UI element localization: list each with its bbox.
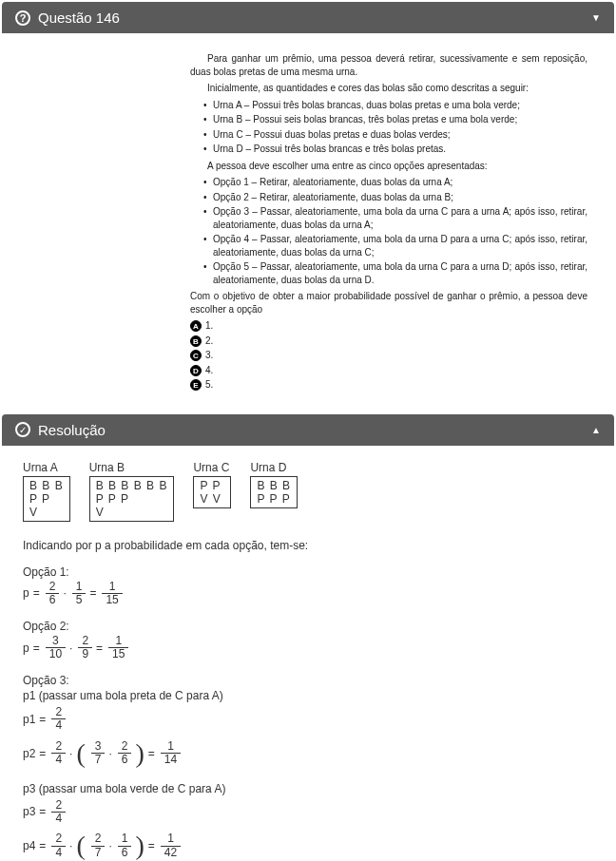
urn-row: V xyxy=(29,506,64,519)
fraction: 310 xyxy=(46,635,66,660)
opcao-title: Opção 2: xyxy=(23,620,593,633)
list-item: Opção 1 – Retirar, aleatoriamente, duas … xyxy=(203,176,587,189)
urn-label: Urna A xyxy=(23,461,70,474)
lhs: p4 xyxy=(23,840,35,851)
urns-row: Urna A B B B P P V Urna B B B B B B B P … xyxy=(23,461,593,522)
urn-row: V xyxy=(96,506,168,519)
list-item: Opção 5 – Passar, aleatoriamente, uma bo… xyxy=(203,260,587,286)
p1-desc: p1 (passar uma bola preta de C para A) xyxy=(23,689,593,702)
check-icon: ✓ xyxy=(15,422,30,437)
list-item: Opção 4 – Passar, aleatoriamente, uma bo… xyxy=(203,233,587,258)
solution-intro: Indicando por p a probabilidade em cada … xyxy=(23,539,593,552)
option-list: Opção 1 – Retirar, aleatoriamente, duas … xyxy=(190,176,587,286)
question-header[interactable]: ? Questão 146 ▼ xyxy=(2,2,614,33)
list-item: Opção 2 – Retirar, aleatoriamente, duas … xyxy=(203,191,587,204)
fraction: 24 xyxy=(51,832,66,858)
urn-b: Urna B B B B B B B P P P V xyxy=(89,461,175,522)
urna-list: Urna A – Possui três bolas brancas, duas… xyxy=(190,99,587,156)
opcao-3: Opção 3: p1 (passar uma bola preta de C … xyxy=(23,674,593,859)
fraction: 115 xyxy=(108,635,128,660)
math-line: p4= 24 · ( 27 · 16 ) = 142 xyxy=(23,832,593,859)
question-paragraph: A pessoa deve escolher uma entre as cinc… xyxy=(190,160,587,173)
urn-row: P P xyxy=(29,492,64,506)
fraction: 37 xyxy=(91,740,106,766)
opcao-1: Opção 1: p= 26 · 15 = 115 xyxy=(23,565,593,606)
math-line: p= 310 · 29 = 115 xyxy=(23,635,593,660)
fraction: 16 xyxy=(118,832,132,858)
fraction: 114 xyxy=(161,740,181,766)
lhs: p1 xyxy=(23,714,35,725)
urn-row: B B B xyxy=(29,479,64,492)
urn-box: B B B P P P xyxy=(250,476,298,508)
chevron-up-icon[interactable]: ▲ xyxy=(591,425,601,435)
opcao-2: Opção 2: p= 310 · 29 = 115 xyxy=(23,620,593,660)
urn-d: Urna D B B B P P P xyxy=(250,461,298,508)
alt-text: 3. xyxy=(205,350,213,360)
list-item: Urna C – Possui duas bolas pretas e duas… xyxy=(203,128,587,142)
urn-box: B B B B B B P P P V xyxy=(89,476,175,522)
paren-open-icon: ( xyxy=(76,740,85,767)
urn-label: Urna D xyxy=(250,461,298,474)
alt-text: 4. xyxy=(205,365,213,375)
solution-header[interactable]: ✓ Resolução ▲ xyxy=(2,414,614,446)
math-line: p= 26 · 15 = 115 xyxy=(23,581,593,606)
question-paragraph: Inicialmente, as quantidades e cores das… xyxy=(190,82,587,95)
list-item: Urna A – Possui três bolas brancas, duas… xyxy=(203,99,587,112)
opcao-title: Opção 3: xyxy=(23,674,593,687)
urn-row: P P P xyxy=(257,492,291,506)
lhs: p xyxy=(23,642,29,654)
alternative-c: C3. xyxy=(190,349,587,362)
chevron-down-icon[interactable]: ▼ xyxy=(591,12,601,23)
lhs: p2 xyxy=(23,748,35,759)
urn-row: V V xyxy=(200,492,224,506)
urn-c: Urna C P P V V xyxy=(193,461,231,508)
urn-row: B B B B B B xyxy=(96,479,168,492)
opcao-title: Opção 1: xyxy=(23,565,593,579)
alt-mark-icon: A xyxy=(190,320,202,332)
alternatives-list: A1. B2. C3. D4. E5. xyxy=(190,319,587,392)
urn-a: Urna A B B B P P V xyxy=(23,461,70,522)
fraction: 115 xyxy=(102,581,122,606)
lhs: p3 xyxy=(23,806,35,817)
paren-close-icon: ) xyxy=(135,832,144,859)
math-line: p1= 24 xyxy=(23,706,593,732)
alt-text: 2. xyxy=(205,335,213,346)
urn-row: P P xyxy=(200,479,224,492)
list-item: Urna B – Possui seis bolas brancas, três… xyxy=(203,113,587,126)
alternative-a: A1. xyxy=(190,319,587,333)
math-line: p2= 24 · ( 37 · 26 ) = 114 xyxy=(23,740,593,767)
fraction: 142 xyxy=(161,832,181,858)
alt-mark-icon: C xyxy=(190,350,202,361)
question-paragraph: Com o objetivo de obter a maior probabil… xyxy=(190,290,587,316)
alternative-d: D4. xyxy=(190,364,587,377)
urn-row: B B B xyxy=(257,479,291,492)
alternative-e: E5. xyxy=(190,378,587,392)
paren-close-icon: ) xyxy=(135,740,144,767)
lhs: p xyxy=(23,587,29,599)
math-line: p3= 24 xyxy=(23,799,593,825)
fraction: 29 xyxy=(78,635,92,660)
alt-mark-icon: B xyxy=(190,335,202,347)
question-icon: ? xyxy=(15,10,30,26)
question-paragraph: Para ganhar um prêmio, uma pessoa deverá… xyxy=(190,52,587,78)
fraction: 24 xyxy=(51,799,66,825)
list-item: Opção 3 – Passar, aleatoriamente, uma bo… xyxy=(203,205,587,231)
urn-row: P P P xyxy=(96,492,168,506)
question-body: Para ganhar um prêmio, uma pessoa deverá… xyxy=(0,33,616,412)
alt-mark-icon: D xyxy=(190,365,202,376)
fraction: 26 xyxy=(46,581,60,606)
alt-mark-icon: E xyxy=(190,379,202,391)
alt-text: 1. xyxy=(205,320,213,331)
urn-box: B B B P P V xyxy=(23,476,70,522)
fraction: 27 xyxy=(91,832,106,858)
paren-open-icon: ( xyxy=(76,832,85,859)
urn-box: P P V V xyxy=(193,476,231,508)
fraction: 26 xyxy=(118,740,132,766)
fraction: 24 xyxy=(51,740,66,766)
solution-body: Urna A B B B P P V Urna B B B B B B B P … xyxy=(0,446,616,862)
urn-label: Urna B xyxy=(89,461,175,474)
question-title: Questão 146 xyxy=(38,10,120,26)
fraction: 15 xyxy=(72,581,87,606)
fraction: 24 xyxy=(51,706,66,732)
alternative-b: B2. xyxy=(190,335,587,348)
